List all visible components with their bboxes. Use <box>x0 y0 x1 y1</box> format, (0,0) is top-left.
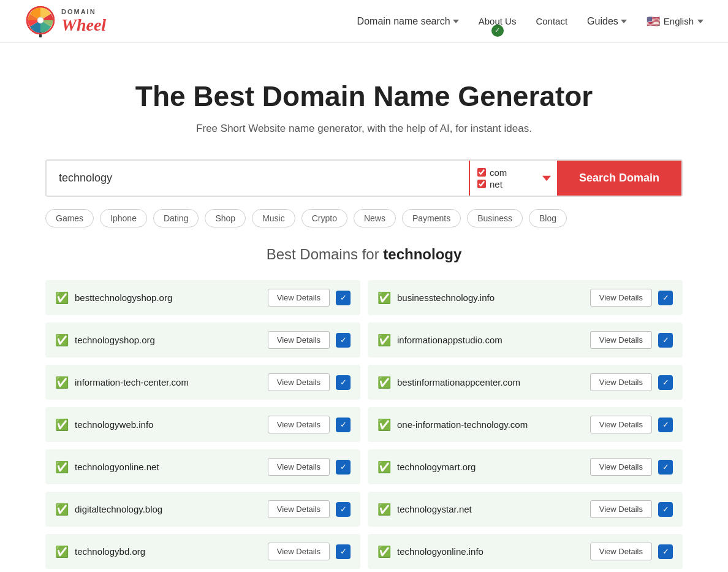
view-details-button[interactable]: View Details <box>268 373 330 391</box>
domain-name: besttechnologyshop.org <box>75 292 262 303</box>
domain-shield-icon <box>336 418 351 432</box>
domain-shield-icon <box>336 460 351 475</box>
view-details-button[interactable]: View Details <box>268 500 330 518</box>
nav-links: Domain name search About Us Contact Guid… <box>357 15 703 28</box>
domain-row: ✅ one-information-technology.com View De… <box>368 407 683 442</box>
tld-com-checkbox[interactable] <box>477 168 486 177</box>
results-keyword: technology <box>383 246 461 262</box>
search-bar: com net Search Domain <box>45 159 683 197</box>
domain-name: bestinformationappcenter.com <box>397 377 584 387</box>
domain-name: one-information-technology.com <box>397 419 584 430</box>
view-details-button[interactable]: View Details <box>590 373 652 391</box>
hero-subtitle: Free Short Website name generator, with … <box>12 123 716 135</box>
domain-available-icon: ✅ <box>55 334 69 347</box>
nav-domain-search[interactable]: Domain name search <box>357 16 459 27</box>
view-details-button[interactable]: View Details <box>590 458 652 476</box>
domain-row: ✅ besttechnologyshop.org View Details <box>45 280 360 315</box>
hero-section: The Best Domain Name Generator Free Shor… <box>0 43 728 159</box>
tag-news[interactable]: News <box>354 209 396 227</box>
domain-available-icon: ✅ <box>377 545 391 559</box>
chevron-down-icon-lang <box>697 18 703 25</box>
domain-shield-icon <box>658 333 673 348</box>
domain-shield-icon <box>658 418 673 432</box>
domain-row: ✅ technologyweb.info View Details <box>45 407 360 442</box>
view-details-button[interactable]: View Details <box>268 458 330 476</box>
tag-games[interactable]: Games <box>45 209 94 227</box>
domain-name: businesstechnology.info <box>397 292 584 303</box>
tag-dating[interactable]: Dating <box>153 209 199 227</box>
domain-shield-icon <box>658 375 673 390</box>
tag-shop[interactable]: Shop <box>205 209 246 227</box>
tag-business[interactable]: Business <box>467 209 523 227</box>
results-section: Best Domains for technology ✅ besttechno… <box>21 246 707 569</box>
domain-shield-icon <box>658 502 673 517</box>
language-selector[interactable]: 🇺🇸 English <box>646 15 703 28</box>
nav-contact[interactable]: Contact <box>536 16 567 26</box>
domain-available-icon: ✅ <box>377 418 391 432</box>
domain-row: ✅ informationappstudio.com View Details <box>368 322 683 357</box>
domain-name: technologyweb.info <box>75 419 262 430</box>
domain-name: technologyonline.net <box>75 462 262 472</box>
logo-domain-text: DOMAIN <box>61 8 106 15</box>
domain-name: technologystar.net <box>397 504 584 514</box>
domain-row: ✅ information-tech-center.com View Detai… <box>45 365 360 400</box>
logo[interactable]: DOMAIN Wheel <box>25 6 106 37</box>
about-us-check-icon <box>491 25 504 37</box>
nav-guides[interactable]: Guides <box>587 16 627 27</box>
view-details-button[interactable]: View Details <box>590 416 652 433</box>
domain-shield-icon <box>336 502 351 517</box>
search-input[interactable] <box>47 161 469 196</box>
view-details-button[interactable]: View Details <box>590 500 652 518</box>
domain-name: technologymart.org <box>397 462 584 472</box>
domain-available-icon: ✅ <box>377 460 391 474</box>
domain-row: ✅ technologymart.org View Details <box>368 449 683 484</box>
flag-icon: 🇺🇸 <box>646 15 660 28</box>
tag-crypto[interactable]: Crypto <box>301 209 347 227</box>
navbar: DOMAIN Wheel Domain name search About Us… <box>0 0 728 43</box>
domain-shield-icon <box>336 333 351 348</box>
view-details-button[interactable]: View Details <box>268 543 330 560</box>
domain-shield-icon <box>336 544 351 559</box>
tags-section: GamesIphoneDatingShopMusicCryptoNewsPaym… <box>21 209 707 227</box>
chevron-down-icon-guides <box>621 18 627 25</box>
domain-available-icon: ✅ <box>55 460 69 474</box>
tag-payments[interactable]: Payments <box>402 209 461 227</box>
domain-available-icon: ✅ <box>377 503 391 516</box>
domain-available-icon: ✅ <box>55 503 69 516</box>
tld-selector: com net <box>469 161 536 196</box>
tag-iphone[interactable]: Iphone <box>100 209 147 227</box>
chevron-down-icon <box>453 18 459 25</box>
domain-available-icon: ✅ <box>55 291 69 305</box>
nav-domain-search-label: Domain name search <box>357 16 450 27</box>
results-title-prefix: Best Domains for <box>267 246 384 262</box>
chevron-down-icon-tld <box>542 174 551 183</box>
domain-shield-icon <box>336 375 351 390</box>
domain-name: information-tech-center.com <box>75 377 262 387</box>
domain-shield-icon <box>658 291 673 305</box>
view-details-button[interactable]: View Details <box>268 289 330 307</box>
domain-shield-icon <box>336 291 351 305</box>
svg-point-1 <box>37 17 44 23</box>
nav-about-us-wrap: About Us <box>479 16 517 27</box>
view-details-button[interactable]: View Details <box>268 416 330 433</box>
view-details-button[interactable]: View Details <box>590 543 652 560</box>
domain-row: ✅ technologybd.org View Details <box>45 534 360 569</box>
tld-dropdown-arrow[interactable] <box>536 161 557 196</box>
domain-row: ✅ technologyonline.net View Details <box>45 449 360 484</box>
tag-blog[interactable]: Blog <box>529 209 567 227</box>
nav-guides-label: Guides <box>587 16 618 27</box>
tld-com-label: com <box>490 167 507 178</box>
view-details-button[interactable]: View Details <box>268 331 330 349</box>
tld-net-label: net <box>490 179 502 189</box>
domain-row: ✅ technologystar.net View Details <box>368 492 683 527</box>
domain-row: ✅ technologyshop.org View Details <box>45 322 360 357</box>
tld-net-checkbox[interactable] <box>477 180 486 188</box>
domain-name: technologyonline.info <box>397 546 584 557</box>
results-grid: ✅ besttechnologyshop.org View Details ✅ … <box>45 280 683 569</box>
results-title: Best Domains for technology <box>45 246 683 263</box>
tag-music[interactable]: Music <box>252 209 295 227</box>
view-details-button[interactable]: View Details <box>590 289 652 307</box>
domain-shield-icon <box>658 460 673 475</box>
search-button[interactable]: Search Domain <box>557 161 681 196</box>
view-details-button[interactable]: View Details <box>590 331 652 349</box>
